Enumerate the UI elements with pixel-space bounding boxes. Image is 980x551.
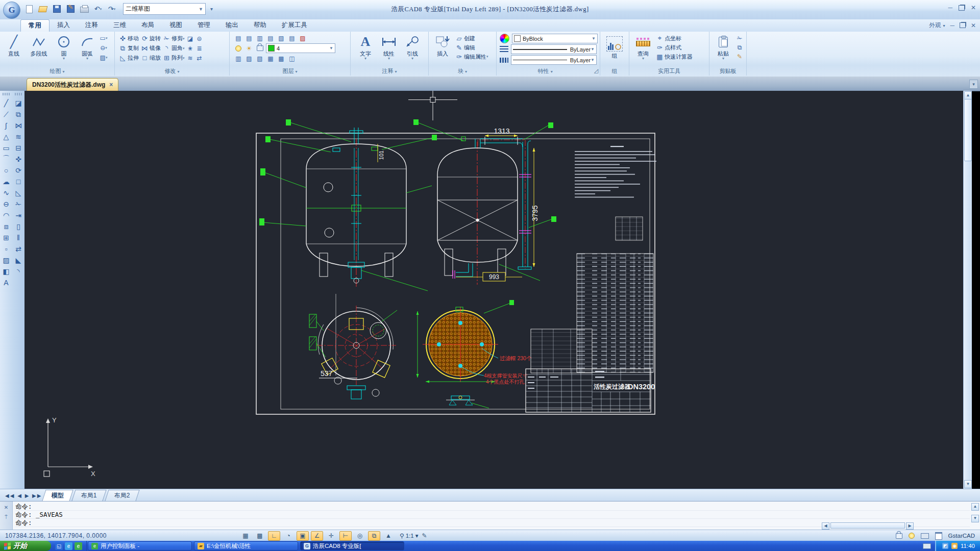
copy-button[interactable]: ⧉复制	[118, 44, 140, 53]
chamfer-tool-icon[interactable]: ◣	[13, 255, 24, 266]
mirror-button[interactable]: ⋈镜像	[140, 44, 162, 53]
leader-button[interactable]: 引线▾	[401, 32, 424, 61]
join-tool-icon[interactable]: ⇄	[13, 243, 24, 255]
insert-block-tool-icon[interactable]: ⧈	[1, 221, 12, 232]
construction-line-tool-icon[interactable]: ⟋	[1, 109, 12, 120]
cmd-horizontal-scrollbar[interactable]: ◀ ▶	[822, 522, 914, 529]
annotation-auto-icon[interactable]: ✎	[419, 531, 431, 541]
toggle-ortho[interactable]: ∟	[268, 531, 280, 541]
panel-group-label[interactable]: 组	[600, 67, 629, 75]
layout-nav-buttons[interactable]: ◀◀ ◀ ▶ ▶▶	[5, 493, 42, 498]
toggle-angle[interactable]: ∠	[311, 531, 323, 541]
taskbar-button-explorer[interactable]: ▰ E:\金恒机械\活性	[194, 541, 298, 550]
quick-calc-button[interactable]: ▦快速计算器	[655, 52, 694, 61]
trim-tool-icon[interactable]: ✁	[13, 198, 24, 210]
layer-merge-icon[interactable]: ▦	[266, 54, 275, 63]
break-at-point-tool-icon[interactable]: ‖	[13, 232, 24, 243]
close-icon[interactable]: ✕	[4, 505, 8, 510]
layer-freeze-icon[interactable]: ▤	[266, 34, 275, 42]
toggle-lineweight[interactable]: ▲	[382, 531, 395, 541]
trim-button[interactable]: ✁修剪▾	[162, 34, 186, 43]
dialog-launcher-icon[interactable]: ◿	[594, 67, 598, 74]
scroll-down-icon[interactable]: ▼	[964, 480, 972, 488]
layer-combo[interactable]: 4 ▼	[266, 43, 335, 53]
tab-layout1[interactable]: 布局1	[72, 490, 107, 501]
stretch-tool-icon[interactable]: ◺	[13, 187, 24, 198]
scale-button[interactable]: □缩放	[140, 54, 162, 63]
ribbon-tab-布局[interactable]: 布局	[134, 19, 162, 32]
inquiry-button[interactable]: 查询▾	[631, 32, 655, 61]
scrollbar-thumb[interactable]	[830, 522, 905, 529]
create-block-button[interactable]: ▱创建	[454, 34, 489, 43]
ime-keyboard-icon[interactable]	[919, 543, 935, 549]
pin-icon[interactable]: ⍑	[5, 514, 8, 520]
lineweight-icon[interactable]	[500, 46, 508, 53]
text-tool-icon[interactable]: A	[1, 277, 12, 288]
layer-delete-icon[interactable]: ▨	[298, 34, 307, 42]
linetype-combo[interactable]: ByLayer▼	[511, 55, 597, 65]
explode-button[interactable]: ✬	[186, 44, 195, 53]
annotation-scale[interactable]: ⚲ 1:1 ▾	[400, 532, 419, 539]
doc-close-button[interactable]: ✕	[971, 22, 976, 29]
move-tool-icon[interactable]: ✜	[13, 154, 24, 165]
quicklaunch-app-icon[interactable]: e	[75, 542, 82, 550]
toolbar-grip[interactable]	[3, 93, 10, 95]
tray-network-icon[interactable]: ◩	[942, 543, 948, 549]
ribbon-tab-扩展工具[interactable]: 扩展工具	[274, 19, 315, 32]
edit-attrib-button[interactable]: ✑编辑属性▾	[454, 52, 489, 61]
gradient-tool-icon[interactable]: ◧	[1, 266, 12, 277]
cut-icon[interactable]: ✁	[735, 34, 744, 42]
toggle-dyn-input[interactable]: ⧉	[368, 531, 380, 541]
point-tool-icon[interactable]: ▫	[1, 243, 12, 255]
ellipse-edit-button[interactable]: ⊜	[195, 34, 204, 43]
linetype-icon[interactable]	[500, 58, 508, 63]
move-button[interactable]: ✜移动	[118, 34, 140, 43]
match-properties-icon[interactable]: ✎	[735, 52, 744, 61]
tray-volume-icon[interactable]: ◉	[951, 543, 958, 549]
layer-bright-icon[interactable]: ☀	[244, 44, 254, 53]
scroll-left-icon[interactable]: ◀	[822, 522, 829, 530]
clock[interactable]: 11:40	[961, 543, 975, 549]
fillet-button[interactable]: ◝圆角▾	[162, 44, 186, 53]
erase-tool-icon[interactable]: ◪	[13, 97, 24, 109]
bulb-icon[interactable]	[909, 533, 915, 539]
layer-properties-icon[interactable]: ▤	[234, 34, 243, 42]
layer-match-icon[interactable]: ▨	[244, 54, 254, 63]
paste-button[interactable]: 粘贴▾	[712, 32, 735, 61]
toggle-snap[interactable]: ▦	[239, 531, 252, 541]
panel-clipboard-label[interactable]: 剪贴板	[709, 67, 746, 75]
hatch-tool-icon[interactable]: ▨	[1, 255, 12, 266]
linear-dim-button[interactable]: 线性▾	[377, 32, 401, 61]
fillet-tool-icon[interactable]: ◝	[13, 266, 24, 277]
array-tool-icon[interactable]: ⊟	[13, 142, 24, 154]
offset-button[interactable]: ≋	[186, 54, 195, 62]
color-wheel-icon[interactable]	[500, 34, 509, 43]
minimize-button[interactable]: ─	[948, 5, 952, 11]
cmd-scroll-up-icon[interactable]: ▲	[971, 503, 979, 511]
lineweight-combo[interactable]: ByLayer▼	[511, 44, 597, 54]
ribbon-tab-输出[interactable]: 输出	[218, 19, 246, 32]
ribbon-tab-管理[interactable]: 管理	[190, 19, 218, 32]
quicklaunch-ie-icon[interactable]: e	[65, 542, 72, 550]
line-button[interactable]: ╱ 直线	[2, 32, 26, 62]
create-block-tool-icon[interactable]: ⊞	[1, 232, 12, 243]
appearance-menu[interactable]: 外观 ▾	[929, 21, 945, 30]
toggle-zoom[interactable]: ◎	[354, 531, 366, 541]
scroll-right-icon[interactable]: ▶	[906, 522, 914, 530]
doc-restore-button[interactable]	[960, 22, 966, 28]
ellipse-arc-tool-icon[interactable]: ◠	[1, 210, 12, 221]
arc-tool-icon[interactable]: ⌒	[1, 154, 12, 165]
insert-block-button[interactable]: 插入	[431, 32, 454, 61]
ribbon-tab-帮助[interactable]: 帮助	[246, 19, 274, 32]
taskbar-button-control-panel[interactable]: e 用户控制面板 -	[88, 541, 192, 550]
break-tool-icon[interactable]: ▯	[13, 221, 24, 232]
quicklaunch-desktop-icon[interactable]: ◱	[55, 542, 63, 550]
join-button[interactable]: ⇄	[195, 54, 204, 62]
point-coord-button[interactable]: ⌖点坐标	[655, 34, 694, 43]
unlock-icon[interactable]	[896, 533, 902, 539]
panel-modify-label[interactable]: 修改 ▾	[115, 67, 229, 75]
point-style-button[interactable]: ✑点样式	[655, 43, 694, 52]
model-space-canvas[interactable]: 101	[24, 91, 972, 489]
color-combo[interactable]: ByBlock▼	[512, 34, 598, 43]
stretch-button[interactable]: ◺拉伸	[118, 54, 140, 63]
